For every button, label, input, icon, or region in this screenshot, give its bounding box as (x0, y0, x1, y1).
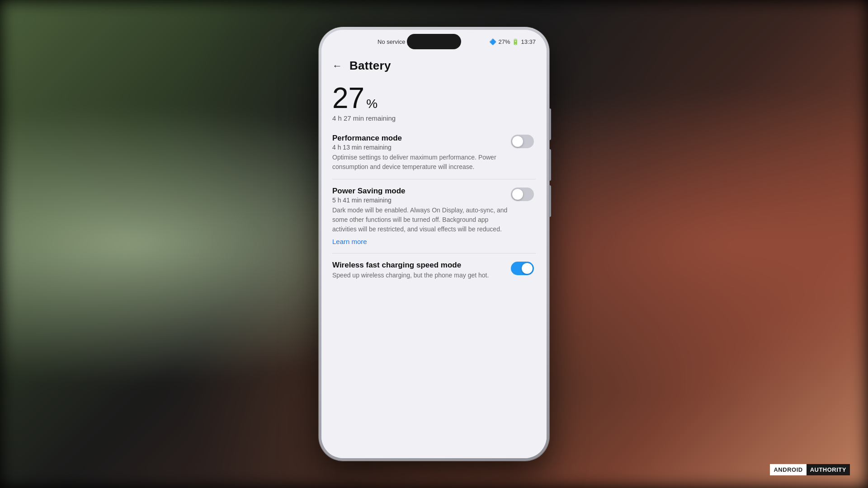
watermark-android: ANDROID (770, 464, 806, 475)
battery-percent-status: 27% (498, 38, 510, 45)
performance-mode-toggle-container[interactable] (511, 135, 534, 148)
power-saving-toggle[interactable] (511, 188, 534, 201)
status-bar: No service 📶 📡 ⚙ 🔒 🔷 27% 🔋 13:37 (321, 30, 547, 53)
status-right: 🔷 27% 🔋 13:37 (489, 38, 536, 45)
power-saving-toggle-knob (512, 189, 523, 200)
page-title: Battery (349, 59, 391, 73)
wireless-charging-toggle-knob (522, 263, 533, 274)
screen-content: ← Battery 27 % 4 h 27 min remaining Perf… (321, 53, 547, 458)
performance-mode-toggle-knob (512, 136, 523, 147)
wireless-charging-toggle[interactable] (511, 262, 534, 275)
service-status: No service (377, 38, 405, 45)
performance-mode-toggle[interactable] (511, 135, 534, 148)
power-saving-mode-section: Power Saving mode 5 h 41 min remaining D… (332, 182, 536, 250)
performance-mode-desc: Optimise settings to deliver maximum per… (332, 153, 536, 172)
power-saving-desc: Dark mode will be enabled. Always On Dis… (332, 206, 536, 234)
phone-frame: No service 📶 📡 ⚙ 🔒 🔷 27% 🔋 13:37 ← (319, 27, 549, 461)
watermark: ANDROID AUTHORITY (770, 464, 850, 475)
learn-more-link[interactable]: Learn more (332, 238, 367, 245)
battery-percent-display: 27 % (332, 80, 536, 114)
performance-mode-title: Performance mode (332, 134, 536, 143)
power-saving-subtitle: 5 h 41 min remaining (332, 197, 536, 204)
wireless-charging-toggle-container[interactable] (511, 262, 534, 275)
power-saving-toggle-container[interactable] (511, 188, 534, 201)
divider-2 (332, 253, 536, 253)
battery-icon-status: 🔋 (512, 38, 519, 45)
wireless-charging-title: Wireless fast charging speed mode (332, 261, 536, 270)
divider-1 (332, 179, 536, 179)
battery-remaining: 4 h 27 min remaining (332, 114, 536, 129)
battery-number: 27 (332, 84, 364, 113)
time-display: 13:37 (521, 38, 536, 45)
watermark-authority: AUTHORITY (807, 464, 850, 475)
page-header: ← Battery (332, 53, 536, 80)
back-button[interactable]: ← (332, 60, 342, 72)
camera-pill (407, 34, 461, 49)
phone-device: No service 📶 📡 ⚙ 🔒 🔷 27% 🔋 13:37 ← (319, 27, 549, 461)
bluetooth-icon: 🔷 (489, 38, 496, 45)
performance-mode-section: Performance mode 4 h 13 min remaining Op… (332, 129, 536, 176)
performance-mode-subtitle: 4 h 13 min remaining (332, 144, 536, 151)
phone-screen: No service 📶 📡 ⚙ 🔒 🔷 27% 🔋 13:37 ← (321, 30, 547, 458)
wireless-charging-section: Wireless fast charging speed mode Speed … (332, 256, 536, 285)
battery-symbol: % (366, 97, 377, 111)
wireless-charging-desc: Speed up wireless charging, but the phon… (332, 271, 536, 280)
power-saving-title: Power Saving mode (332, 187, 536, 196)
